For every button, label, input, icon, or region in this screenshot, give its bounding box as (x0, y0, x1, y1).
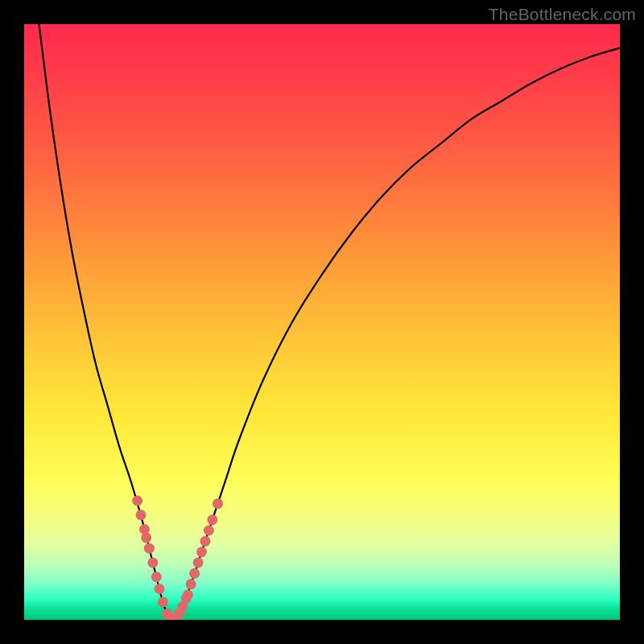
chart-svg (24, 24, 620, 620)
curve-marker (186, 579, 196, 589)
curve-marker (154, 584, 164, 594)
curve-marker (204, 526, 214, 536)
curve-marker (200, 536, 210, 547)
curve-marker (158, 597, 168, 607)
curve-marker (151, 572, 162, 582)
curve-marker (132, 496, 142, 506)
curve-markers (132, 496, 223, 621)
curve-marker (193, 557, 204, 568)
curve-marker (183, 589, 193, 600)
curve-marker (189, 568, 200, 579)
curve-marker (213, 498, 223, 509)
curve-marker (136, 510, 147, 520)
curve-marker (147, 557, 158, 568)
watermark-text: TheBottleneck.com (489, 5, 636, 24)
bottleneck-curve (24, 24, 620, 620)
chart-frame (24, 24, 620, 620)
curve-marker (144, 543, 155, 554)
curve-marker (207, 514, 217, 525)
curve-marker (196, 547, 207, 557)
curve-marker (141, 532, 151, 543)
